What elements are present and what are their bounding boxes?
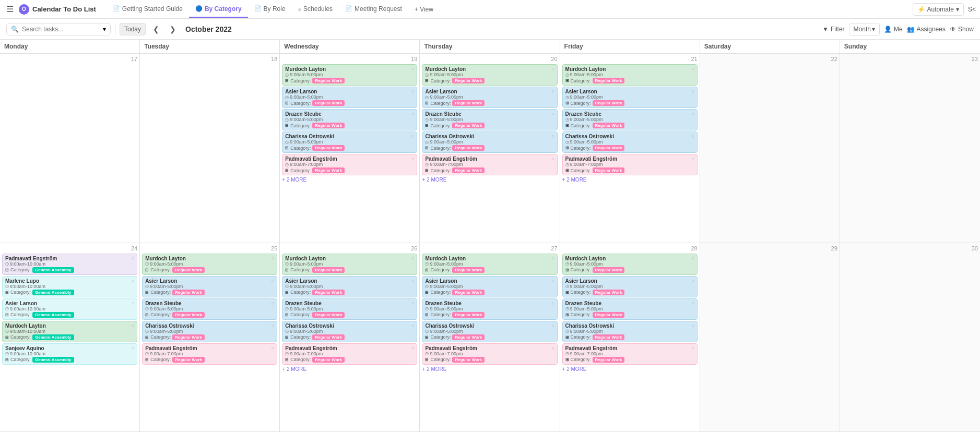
close-icon[interactable]: ○ bbox=[132, 278, 134, 283]
more-link[interactable]: + 2 MORE bbox=[422, 176, 557, 183]
event-card[interactable]: Murdoch Layton○ ◷9:00am-5:00pm ⊞Category… bbox=[562, 64, 698, 86]
assignees-button[interactable]: 👥 Assignees bbox=[907, 26, 946, 33]
search-input[interactable] bbox=[22, 26, 100, 33]
event-card[interactable]: Murdoch Layton○ ◷9:00am-5:00pm ⊞Category… bbox=[282, 254, 417, 275]
close-icon[interactable]: ○ bbox=[132, 301, 134, 306]
more-link[interactable]: + 2 MORE bbox=[282, 176, 417, 183]
event-card[interactable]: Asier Larson○ ◷9:00am-5:00pm ⊞Category:R… bbox=[562, 276, 698, 297]
event-card[interactable]: Asier Larson○ ◷9:00am-10:00am ⊞Category:… bbox=[2, 298, 137, 320]
more-link[interactable]: + 2 MORE bbox=[422, 366, 557, 373]
tab-meeting-request[interactable]: 📄 Meeting Request bbox=[339, 1, 408, 18]
close-icon[interactable]: ○ bbox=[691, 256, 694, 261]
close-icon[interactable]: ○ bbox=[551, 301, 554, 306]
close-icon[interactable]: ○ bbox=[551, 323, 554, 328]
event-card[interactable]: Murdoch Layton○ ◷9:00am-10:00am ⊞Categor… bbox=[2, 321, 137, 342]
close-icon[interactable]: ○ bbox=[271, 323, 274, 328]
event-card[interactable]: Asier Larson○ ◷9:00am-5:00pm ⊞Category:R… bbox=[282, 87, 417, 108]
close-icon[interactable]: ○ bbox=[132, 256, 134, 261]
close-icon[interactable]: ○ bbox=[271, 278, 274, 283]
tab-schedules[interactable]: ≡ Schedules bbox=[292, 1, 339, 18]
search-box[interactable]: 🔍 ▾ bbox=[6, 23, 111, 35]
event-card[interactable]: Asier Larson○ ◷9:00am-5:00pm ⊞Category:R… bbox=[282, 276, 417, 297]
more-link[interactable]: + 2 MORE bbox=[562, 176, 698, 183]
event-card[interactable]: Charissa Ostrowski○ ◷9:00am-5:00pm ⊞Cate… bbox=[142, 321, 277, 342]
event-card[interactable]: Murdoch Layton○ ◷9:00am-5:00pm ⊞Category… bbox=[562, 254, 698, 275]
event-card[interactable]: Charissa Ostrowski○ ◷9:00am-5:00pm ⊞Cate… bbox=[562, 131, 698, 153]
event-card[interactable]: Charissa Ostrowski○ ◷9:00am-5:00pm ⊞Cate… bbox=[282, 131, 417, 153]
close-icon[interactable]: ○ bbox=[551, 256, 554, 261]
close-icon[interactable]: ○ bbox=[411, 89, 414, 94]
close-icon[interactable]: ○ bbox=[551, 278, 554, 283]
menu-icon[interactable]: ☰ bbox=[4, 2, 16, 16]
close-icon[interactable]: ○ bbox=[551, 111, 554, 116]
event-card[interactable]: Padmavati Engström○ ◷9:00am-7:00pm ⊞Cate… bbox=[282, 343, 417, 365]
close-icon[interactable]: ○ bbox=[691, 111, 694, 116]
event-card[interactable]: Padmavati Engström○ ◷9:00am-7:00pm ⊞Cate… bbox=[422, 343, 557, 365]
next-month-button[interactable]: ❯ bbox=[167, 24, 179, 34]
close-icon[interactable]: ○ bbox=[691, 301, 694, 306]
filter-button[interactable]: ▼ Filter bbox=[822, 26, 845, 33]
event-card[interactable]: Padmavati Engström○ ◷9:00am-7:00pm ⊞Cate… bbox=[562, 154, 698, 175]
month-button[interactable]: Month ▾ bbox=[849, 23, 880, 35]
event-card[interactable]: Charissa Ostrowski○ ◷9:00am-5:00pm ⊞Cate… bbox=[422, 131, 557, 153]
event-card[interactable]: Drazen Steube○ ◷9:00am-5:00pm ⊞Category:… bbox=[282, 109, 417, 130]
close-icon[interactable]: ○ bbox=[411, 134, 414, 139]
event-card[interactable]: Asier Larson○ ◷9:00am-5:00pm ⊞Category:R… bbox=[422, 276, 557, 297]
close-icon[interactable]: ○ bbox=[691, 345, 694, 351]
close-icon[interactable]: ○ bbox=[691, 134, 694, 139]
event-card[interactable]: Padmavati Engström○ ◷9:00am-7:00pm ⊞Cate… bbox=[422, 154, 557, 175]
show-button[interactable]: 👁 Show bbox=[950, 26, 974, 33]
tab-getting-started[interactable]: 📄 Getting Started Guide bbox=[107, 1, 189, 18]
event-card[interactable]: Charissa Ostrowski○ ◷9:00am-5:00pm ⊞Cate… bbox=[562, 321, 698, 342]
event-card[interactable]: Padmavati Engström○ ◷9:00am-10:00am ⊞Cat… bbox=[2, 254, 137, 275]
event-card[interactable]: Drazen Steube○ ◷9:00am-5:00pm ⊞Category:… bbox=[142, 298, 277, 320]
close-icon[interactable]: ○ bbox=[551, 345, 554, 351]
event-card[interactable]: Charissa Ostrowski○ ◷9:00am-5:00pm ⊞Cate… bbox=[422, 321, 557, 342]
close-icon[interactable]: ○ bbox=[691, 323, 694, 328]
today-button[interactable]: Today bbox=[120, 23, 146, 35]
event-card[interactable]: Drazen Steube○ ◷9:00am-5:00pm ⊞Category:… bbox=[422, 298, 557, 320]
close-icon[interactable]: ○ bbox=[411, 66, 414, 71]
close-icon[interactable]: ○ bbox=[411, 345, 414, 351]
close-icon[interactable]: ○ bbox=[411, 156, 414, 161]
more-link[interactable]: + 2 MORE bbox=[282, 366, 417, 373]
event-card[interactable]: Padmavati Engström○ ◷9:00am-7:00pm ⊞Cate… bbox=[562, 343, 698, 365]
event-card[interactable]: Padmavati Engström○ ◷9:00am-7:00pm ⊞Cate… bbox=[282, 154, 417, 175]
close-icon[interactable]: ○ bbox=[691, 89, 694, 94]
event-card[interactable]: Drazen Steube○ ◷9:00am-5:00pm ⊞Category:… bbox=[282, 298, 417, 320]
tab-by-role[interactable]: 📄 By Role bbox=[248, 1, 292, 18]
close-icon[interactable]: ○ bbox=[271, 256, 274, 261]
close-icon[interactable]: ○ bbox=[411, 301, 414, 306]
event-card[interactable]: Asier Larson○ ◷9:00am-5:00pm ⊞Category:R… bbox=[422, 87, 557, 108]
share-button[interactable]: S< bbox=[968, 6, 976, 13]
close-icon[interactable]: ○ bbox=[691, 156, 694, 161]
close-icon[interactable]: ○ bbox=[132, 323, 134, 328]
automate-button[interactable]: ⚡ Automate ▾ bbox=[913, 3, 964, 16]
event-card[interactable]: Drazen Steube○ ◷9:00am-5:00pm ⊞Category:… bbox=[562, 298, 698, 320]
event-card[interactable]: Marlene Lupo○ ◷9:00am-10:00am ⊞Category:… bbox=[2, 276, 137, 297]
close-icon[interactable]: ○ bbox=[551, 134, 554, 139]
close-icon[interactable]: ○ bbox=[411, 278, 414, 283]
event-card[interactable]: Murdoch Layton○ ◷9:00am-5:00pm ⊞Category… bbox=[422, 254, 557, 275]
tab-by-category[interactable]: 🔵 By Category bbox=[189, 1, 248, 18]
event-card[interactable]: Drazen Steube○ ◷9:00am-5:00pm ⊞Category:… bbox=[562, 109, 698, 130]
close-icon[interactable]: ○ bbox=[691, 66, 694, 71]
event-card[interactable]: Murdoch Layton○ ◷9:00am-5:00pm ⊞Category… bbox=[422, 64, 557, 86]
close-icon[interactable]: ○ bbox=[411, 256, 414, 261]
event-card[interactable]: Asier Larson○ ◷9:00am-5:00pm ⊞Category:R… bbox=[142, 276, 277, 297]
event-card[interactable]: Padmavati Engström○ ◷9:00am-7:00pm ⊞Cate… bbox=[142, 343, 277, 365]
close-icon[interactable]: ○ bbox=[551, 156, 554, 161]
close-icon[interactable]: ○ bbox=[411, 111, 414, 116]
more-link[interactable]: + 2 MORE bbox=[562, 366, 698, 373]
close-icon[interactable]: ○ bbox=[271, 345, 274, 351]
event-card[interactable]: Sanjeev Aquino○ ◷9:00am-10:00am ⊞Categor… bbox=[2, 343, 137, 365]
event-card[interactable]: Drazen Steube○ ◷9:00am-5:00pm ⊞Category:… bbox=[422, 109, 557, 130]
event-card[interactable]: Charissa Ostrowski○ ◷9:00am-5:00pm ⊞Cate… bbox=[282, 321, 417, 342]
event-card[interactable]: Asier Larson○ ◷9:00am-5:00pm ⊞Category:R… bbox=[562, 87, 698, 108]
close-icon[interactable]: ○ bbox=[411, 323, 414, 328]
me-button[interactable]: 👤 Me bbox=[884, 26, 903, 33]
close-icon[interactable]: ○ bbox=[551, 89, 554, 94]
close-icon[interactable]: ○ bbox=[132, 345, 134, 351]
event-card[interactable]: Murdoch Layton○ ◷9:00am-5:00pm ⊞Category… bbox=[142, 254, 277, 275]
prev-month-button[interactable]: ❮ bbox=[150, 24, 162, 34]
